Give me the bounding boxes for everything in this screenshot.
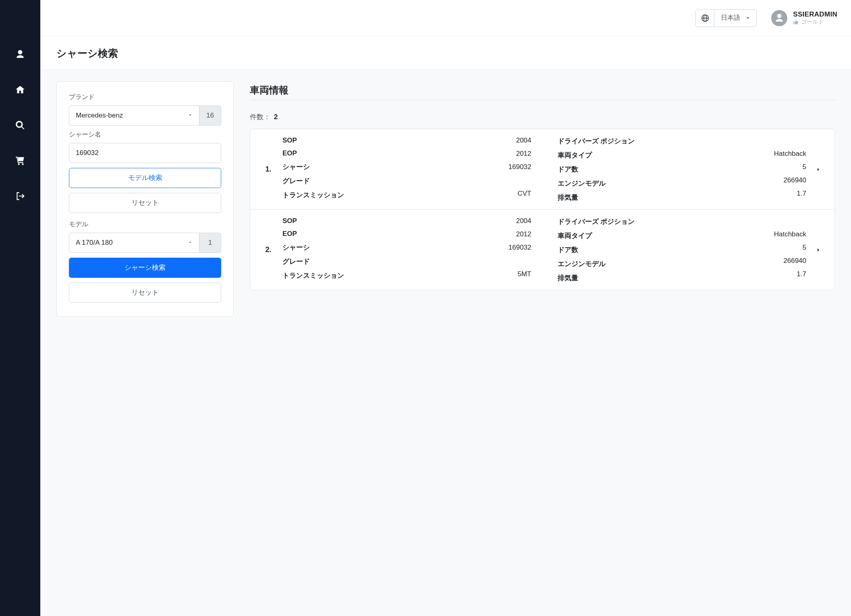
value-eop: 2012 <box>363 230 531 239</box>
topbar: 日本語 SSIERADMIN ゴールド <box>40 0 851 36</box>
logout-icon[interactable] <box>14 190 26 202</box>
value-transmission: 5MT <box>363 270 531 279</box>
caret-down-icon <box>188 112 193 120</box>
value-sop: 2004 <box>363 217 531 225</box>
chevron-right-icon <box>810 166 826 173</box>
home-icon[interactable] <box>14 84 26 96</box>
label-vehicle-type: 車両タイプ <box>558 231 662 240</box>
language-label: 日本語 <box>714 14 745 22</box>
results-title: 車両情報 <box>250 81 835 97</box>
value-doors: 5 <box>662 163 807 172</box>
user-icon[interactable] <box>14 48 26 60</box>
model-value: A 170/A 180 <box>76 239 113 247</box>
language-selector[interactable]: 日本語 <box>695 9 757 27</box>
item-index: 2. <box>254 246 282 254</box>
result-item[interactable]: 2. SOP EOP シャーシ グレード トランスミッション 2004 2012… <box>250 209 834 290</box>
label-grade: グレード <box>282 176 363 186</box>
label-displacement: 排気量 <box>558 193 662 202</box>
filter-card: ブランド Mercedes-benz 16 シャーシ名 モデル検索 リセット <box>56 81 234 317</box>
count-value: 2 <box>274 113 278 121</box>
cart-icon[interactable] <box>14 155 26 167</box>
nav-rail <box>0 0 40 616</box>
item-index: 1. <box>254 165 282 174</box>
model-select[interactable]: A 170/A 180 <box>69 233 199 253</box>
label-engine-model: エンジンモデル <box>558 259 662 269</box>
brand-label: ブランド <box>69 93 221 101</box>
result-item[interactable]: 1. SOP EOP シャーシ グレード トランスミッション 2004 2012… <box>250 129 834 209</box>
label-chassis: シャーシ <box>282 243 363 252</box>
label-driver-pos: ドライバーズ ポジション <box>558 217 662 226</box>
chassis-name-input[interactable] <box>69 143 221 163</box>
page-title: シャーシ検索 <box>56 47 835 60</box>
avatar <box>771 10 787 26</box>
brand-count: 16 <box>199 105 221 126</box>
value-engine-model: 266940 <box>662 176 807 185</box>
model-count: 1 <box>199 233 221 253</box>
label-chassis: シャーシ <box>282 162 363 172</box>
value-displacement: 1.7 <box>662 270 807 279</box>
label-sop: SOP <box>282 217 363 225</box>
reset-button-1[interactable]: リセット <box>69 193 221 213</box>
value-driver-pos <box>662 136 807 145</box>
value-chassis: 169032 <box>363 244 531 252</box>
results-count: 件数： 2 <box>250 112 835 122</box>
divider <box>250 100 835 100</box>
chevron-down-icon <box>745 15 756 21</box>
value-sop: 2004 <box>363 136 531 145</box>
value-grade <box>363 176 531 185</box>
label-transmission: トランスミッション <box>282 190 363 200</box>
brand-value: Mercedes-benz <box>76 112 123 120</box>
value-doors: 5 <box>662 244 807 252</box>
value-driver-pos <box>662 217 807 225</box>
label-sop: SOP <box>282 136 363 145</box>
value-eop: 2012 <box>363 150 531 158</box>
search-icon[interactable] <box>14 119 26 131</box>
label-transmission: トランスミッション <box>282 271 363 280</box>
value-chassis: 169032 <box>363 163 531 172</box>
label-doors: ドア数 <box>558 245 662 254</box>
user-rank: ゴールド <box>793 19 837 26</box>
label-doors: ドア数 <box>558 165 662 174</box>
chevron-down-icon <box>188 239 193 247</box>
count-label: 件数： <box>250 113 270 121</box>
label-engine-model: エンジンモデル <box>558 179 662 188</box>
value-transmission: CVT <box>363 190 531 198</box>
model-label: モデル <box>69 220 221 229</box>
model-search-button[interactable]: モデル検索 <box>69 168 221 188</box>
value-grade <box>363 257 531 265</box>
result-list: 1. SOP EOP シャーシ グレード トランスミッション 2004 2012… <box>250 129 835 290</box>
value-vehicle-type: Hatchback <box>662 150 807 158</box>
value-engine-model: 266940 <box>662 257 807 265</box>
value-displacement: 1.7 <box>662 190 807 198</box>
chassis-search-button[interactable]: シャーシ検索 <box>69 258 221 278</box>
page-title-bar: シャーシ検索 <box>40 36 851 70</box>
chassis-name-label: シャーシ名 <box>69 130 221 139</box>
label-eop: EOP <box>282 149 363 157</box>
label-eop: EOP <box>282 230 363 238</box>
user-rank-label: ゴールド <box>801 19 824 26</box>
reset-button-2[interactable]: リセット <box>69 283 221 303</box>
user-block[interactable]: SSIERADMIN ゴールド <box>771 10 837 26</box>
thumbs-up-icon <box>793 19 799 25</box>
chevron-right-icon <box>810 247 826 253</box>
globe-icon <box>696 10 714 27</box>
label-driver-pos: ドライバーズ ポジション <box>558 136 662 146</box>
user-name: SSIERADMIN <box>793 10 837 19</box>
value-vehicle-type: Hatchback <box>662 230 807 239</box>
label-grade: グレード <box>282 257 363 266</box>
label-vehicle-type: 車両タイプ <box>558 151 662 160</box>
label-displacement: 排気量 <box>558 273 662 283</box>
brand-select[interactable]: Mercedes-benz <box>69 105 199 126</box>
